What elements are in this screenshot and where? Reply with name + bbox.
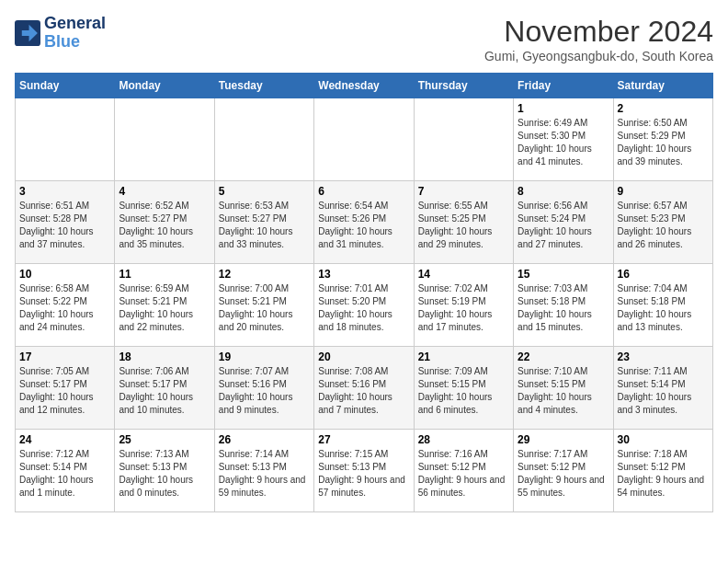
day-number: 27	[318, 433, 409, 446]
calendar-cell	[16, 98, 115, 181]
day-number: 4	[119, 185, 210, 198]
calendar-cell: 10Sunrise: 6:58 AM Sunset: 5:22 PM Dayli…	[16, 264, 115, 347]
weekday-header-saturday: Saturday	[613, 74, 712, 98]
weekday-header-friday: Friday	[514, 74, 613, 98]
day-number: 19	[219, 350, 310, 363]
calendar-cell: 4Sunrise: 6:52 AM Sunset: 5:27 PM Daylig…	[115, 181, 214, 264]
day-number: 15	[518, 268, 609, 281]
day-info: Sunrise: 7:10 AM Sunset: 5:15 PM Dayligh…	[518, 365, 609, 417]
day-info: Sunrise: 7:02 AM Sunset: 5:19 PM Dayligh…	[418, 282, 509, 334]
day-info: Sunrise: 7:11 AM Sunset: 5:14 PM Dayligh…	[618, 365, 709, 417]
day-number: 13	[318, 268, 409, 281]
calendar-cell: 13Sunrise: 7:01 AM Sunset: 5:20 PM Dayli…	[314, 264, 414, 347]
day-info: Sunrise: 7:17 AM Sunset: 5:12 PM Dayligh…	[518, 448, 609, 500]
calendar-cell: 29Sunrise: 7:17 AM Sunset: 5:12 PM Dayli…	[514, 430, 613, 512]
day-number: 2	[618, 102, 709, 115]
calendar-cell: 21Sunrise: 7:09 AM Sunset: 5:15 PM Dayli…	[414, 347, 513, 430]
calendar-cell: 15Sunrise: 7:03 AM Sunset: 5:18 PM Dayli…	[514, 264, 613, 347]
day-number: 18	[119, 350, 210, 363]
logo-line2: Blue	[44, 32, 80, 51]
day-info: Sunrise: 7:03 AM Sunset: 5:18 PM Dayligh…	[518, 282, 609, 334]
calendar-week-row: 1Sunrise: 6:49 AM Sunset: 5:30 PM Daylig…	[16, 98, 713, 181]
calendar-cell	[314, 98, 414, 181]
weekday-header-sunday: Sunday	[16, 74, 115, 98]
calendar-cell: 16Sunrise: 7:04 AM Sunset: 5:18 PM Dayli…	[613, 264, 712, 347]
day-info: Sunrise: 7:18 AM Sunset: 5:12 PM Dayligh…	[618, 448, 709, 500]
calendar-week-row: 10Sunrise: 6:58 AM Sunset: 5:22 PM Dayli…	[16, 264, 713, 347]
calendar-cell: 24Sunrise: 7:12 AM Sunset: 5:14 PM Dayli…	[16, 430, 115, 512]
calendar-cell: 26Sunrise: 7:14 AM Sunset: 5:13 PM Dayli…	[214, 430, 313, 512]
calendar-header-row: SundayMondayTuesdayWednesdayThursdayFrid…	[16, 74, 713, 98]
day-info: Sunrise: 7:00 AM Sunset: 5:21 PM Dayligh…	[219, 282, 310, 334]
day-info: Sunrise: 6:56 AM Sunset: 5:24 PM Dayligh…	[518, 200, 609, 251]
logo-icon	[15, 20, 40, 46]
calendar-cell: 7Sunrise: 6:55 AM Sunset: 5:25 PM Daylig…	[414, 181, 513, 264]
calendar-cell: 20Sunrise: 7:08 AM Sunset: 5:16 PM Dayli…	[314, 347, 414, 430]
day-number: 17	[19, 350, 110, 363]
calendar-cell: 22Sunrise: 7:10 AM Sunset: 5:15 PM Dayli…	[514, 347, 613, 430]
day-number: 7	[418, 185, 509, 198]
day-number: 22	[518, 350, 609, 363]
day-info: Sunrise: 7:16 AM Sunset: 5:12 PM Dayligh…	[418, 448, 509, 500]
calendar-cell: 12Sunrise: 7:00 AM Sunset: 5:21 PM Dayli…	[214, 264, 313, 347]
calendar-cell: 23Sunrise: 7:11 AM Sunset: 5:14 PM Dayli…	[613, 347, 712, 430]
day-info: Sunrise: 7:06 AM Sunset: 5:17 PM Dayligh…	[119, 365, 210, 417]
calendar-cell: 18Sunrise: 7:06 AM Sunset: 5:17 PM Dayli…	[115, 347, 214, 430]
day-info: Sunrise: 7:12 AM Sunset: 5:14 PM Dayligh…	[19, 448, 110, 500]
day-number: 8	[518, 185, 609, 198]
day-info: Sunrise: 7:13 AM Sunset: 5:13 PM Dayligh…	[119, 448, 210, 500]
calendar-cell: 27Sunrise: 7:15 AM Sunset: 5:13 PM Dayli…	[314, 430, 414, 512]
day-number: 12	[219, 268, 310, 281]
calendar-cell: 9Sunrise: 6:57 AM Sunset: 5:23 PM Daylig…	[613, 181, 712, 264]
day-info: Sunrise: 6:51 AM Sunset: 5:28 PM Dayligh…	[19, 200, 110, 251]
day-info: Sunrise: 6:54 AM Sunset: 5:26 PM Dayligh…	[318, 200, 409, 251]
day-info: Sunrise: 6:53 AM Sunset: 5:27 PM Dayligh…	[219, 200, 310, 251]
day-info: Sunrise: 7:14 AM Sunset: 5:13 PM Dayligh…	[219, 448, 310, 500]
logo: General Blue	[15, 15, 106, 52]
day-info: Sunrise: 7:08 AM Sunset: 5:16 PM Dayligh…	[318, 365, 409, 417]
day-info: Sunrise: 7:09 AM Sunset: 5:15 PM Dayligh…	[418, 365, 509, 417]
day-info: Sunrise: 6:55 AM Sunset: 5:25 PM Dayligh…	[418, 200, 509, 251]
calendar-table: SundayMondayTuesdayWednesdayThursdayFrid…	[15, 73, 713, 512]
calendar-week-row: 3Sunrise: 6:51 AM Sunset: 5:28 PM Daylig…	[16, 181, 713, 264]
day-number: 26	[219, 433, 310, 446]
day-info: Sunrise: 7:15 AM Sunset: 5:13 PM Dayligh…	[318, 448, 409, 500]
calendar-cell: 30Sunrise: 7:18 AM Sunset: 5:12 PM Dayli…	[613, 430, 712, 512]
calendar-cell: 2Sunrise: 6:50 AM Sunset: 5:29 PM Daylig…	[613, 98, 712, 181]
calendar-cell: 14Sunrise: 7:02 AM Sunset: 5:19 PM Dayli…	[414, 264, 513, 347]
logo-text: General Blue	[44, 15, 106, 52]
weekday-header-thursday: Thursday	[414, 74, 513, 98]
day-number: 16	[618, 268, 709, 281]
calendar-cell: 11Sunrise: 6:59 AM Sunset: 5:21 PM Dayli…	[115, 264, 214, 347]
day-number: 24	[19, 433, 110, 446]
page-header: General Blue November 2024 Gumi, Gyeongs…	[15, 15, 713, 63]
day-number: 6	[318, 185, 409, 198]
day-info: Sunrise: 7:01 AM Sunset: 5:20 PM Dayligh…	[318, 282, 409, 334]
calendar-week-row: 17Sunrise: 7:05 AM Sunset: 5:17 PM Dayli…	[16, 347, 713, 430]
month-title: November 2024	[484, 15, 713, 49]
calendar-cell	[414, 98, 513, 181]
location: Gumi, Gyeongsangbuk-do, South Korea	[484, 49, 713, 63]
day-info: Sunrise: 6:59 AM Sunset: 5:21 PM Dayligh…	[119, 282, 210, 334]
calendar-cell: 17Sunrise: 7:05 AM Sunset: 5:17 PM Dayli…	[16, 347, 115, 430]
calendar-week-row: 24Sunrise: 7:12 AM Sunset: 5:14 PM Dayli…	[16, 430, 713, 512]
day-info: Sunrise: 7:05 AM Sunset: 5:17 PM Dayligh…	[19, 365, 110, 417]
day-info: Sunrise: 7:07 AM Sunset: 5:16 PM Dayligh…	[219, 365, 310, 417]
calendar-cell	[214, 98, 313, 181]
calendar-cell: 5Sunrise: 6:53 AM Sunset: 5:27 PM Daylig…	[214, 181, 313, 264]
day-number: 25	[119, 433, 210, 446]
day-number: 21	[418, 350, 509, 363]
logo-line1: General	[44, 15, 106, 33]
calendar-cell: 28Sunrise: 7:16 AM Sunset: 5:12 PM Dayli…	[414, 430, 513, 512]
calendar-cell: 19Sunrise: 7:07 AM Sunset: 5:16 PM Dayli…	[214, 347, 313, 430]
day-number: 10	[19, 268, 110, 281]
day-number: 23	[618, 350, 709, 363]
day-info: Sunrise: 6:52 AM Sunset: 5:27 PM Dayligh…	[119, 200, 210, 251]
day-info: Sunrise: 6:57 AM Sunset: 5:23 PM Dayligh…	[618, 200, 709, 251]
calendar-cell: 3Sunrise: 6:51 AM Sunset: 5:28 PM Daylig…	[16, 181, 115, 264]
weekday-header-wednesday: Wednesday	[314, 74, 414, 98]
calendar-cell: 6Sunrise: 6:54 AM Sunset: 5:26 PM Daylig…	[314, 181, 414, 264]
day-number: 3	[19, 185, 110, 198]
day-number: 5	[219, 185, 310, 198]
calendar-cell	[115, 98, 214, 181]
